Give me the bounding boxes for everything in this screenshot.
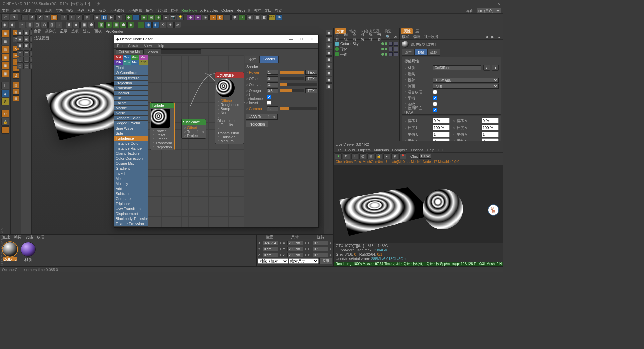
generator2-icon[interactable]: ▣ bbox=[148, 14, 154, 20]
one-minimize-icon[interactable]: — bbox=[286, 37, 296, 41]
generator-icon[interactable]: ▣ bbox=[140, 14, 147, 20]
octane-node-editor: ◆ Octane Node Editor — □ ✕ Edit Create V… bbox=[114, 35, 319, 228]
pin-icon[interactable]: 📍 bbox=[399, 153, 406, 159]
eye-icon[interactable]: 👁 bbox=[394, 35, 397, 39]
channel-select[interactable]: PT bbox=[419, 154, 431, 159]
nav-fwd-icon[interactable]: ▶ bbox=[491, 35, 494, 39]
tab-shader[interactable]: Shader bbox=[260, 56, 279, 63]
get-active-mat-button[interactable]: Get Active Mat bbox=[116, 49, 144, 54]
turbulence-preview bbox=[151, 109, 170, 128]
live-viewer: Live Viewer 3.07-R2 File Cloud Objects M… bbox=[334, 141, 503, 266]
material-default[interactable]: 材质 bbox=[20, 242, 36, 262]
app-title: CINEMA 4D R19.068 Studio (RC - R19) - [未… bbox=[3, 1, 101, 6]
toolbar-row-1: ↶ ↷ ▭ ✥ ⤢ ⟳ ▦ X Y Z ⊕ ▣ ◧ ▶ ⚙ ◆ 〰 ▣ ▣ ◈ … bbox=[0, 13, 503, 21]
main-menu: 文件 编辑 创建 选择 工具 网格 捕捉 动画 模拟 渲染 运动跟踪 运动图形 … bbox=[0, 7, 503, 13]
pause-icon[interactable]: ⏸ bbox=[351, 153, 358, 159]
coord-mode-1[interactable]: 对象（相对） bbox=[258, 258, 288, 264]
projection-select[interactable]: UVW 贴图 bbox=[433, 78, 499, 83]
node-properties: 基本Shader Shader PowerTEX OffsetTEX Octav… bbox=[244, 55, 318, 227]
minimize-icon[interactable]: — bbox=[479, 2, 483, 6]
material-pick-icon[interactable]: ▸ bbox=[483, 65, 490, 71]
layout-select[interactable]: oc（用户） bbox=[477, 8, 501, 13]
deformer-icon[interactable]: ◈ bbox=[155, 14, 162, 20]
tile-checkbox[interactable] bbox=[433, 96, 437, 100]
axis-y-icon[interactable]: Y bbox=[68, 14, 75, 20]
node-list[interactable]: MatTexGenMap OthEmsMedC4D FloatW Coordin… bbox=[114, 55, 148, 227]
maximize-icon[interactable]: □ bbox=[489, 2, 491, 6]
select-icon[interactable]: ▭ bbox=[21, 14, 28, 20]
add-icon[interactable]: ◆ bbox=[125, 14, 132, 20]
coord-mode-2[interactable]: 绝对尺寸 bbox=[289, 258, 319, 264]
node-sinewave[interactable]: SineWave Offset Transform Projection bbox=[181, 119, 206, 139]
attribute-manager: 属性 层 模式 编辑 用户数据 ◀ ▶ ▲ 纹理标签 [纹理] 基本 标签 bbox=[400, 28, 503, 141]
magnet-icon[interactable]: ⊙ bbox=[1, 110, 9, 117]
nav-back-icon[interactable]: ◀ bbox=[485, 35, 488, 39]
obj-sphere[interactable]: 球体 bbox=[335, 46, 398, 52]
cube-tool-icon[interactable]: ▣ bbox=[1, 30, 9, 37]
material-field[interactable] bbox=[433, 65, 481, 70]
sky-tag-icon[interactable] bbox=[389, 42, 393, 46]
close-icon[interactable]: ✕ bbox=[497, 2, 500, 6]
material-octdiffuse[interactable]: OctDiffu bbox=[2, 242, 18, 262]
light-icon[interactable]: 💡 bbox=[177, 14, 184, 20]
axis-x-icon[interactable]: X bbox=[61, 14, 68, 20]
live-viewer-title: Live Viewer 3.07-R2 bbox=[336, 142, 369, 146]
toolbar-row-2: ◉◉ ✂▤◫⬡▨◇ ⬢◆▣⬣ ▣◈▣⬢◆ T◉◐⟲✦.fx bbox=[0, 21, 503, 28]
viewport-label: 透视视图 bbox=[34, 36, 49, 41]
use-turbulence-checkbox[interactable] bbox=[267, 95, 271, 99]
maxon-logo: MAXON CINEMA 4D bbox=[1, 228, 4, 266]
obj-octanesky[interactable]: OctaneSky bbox=[335, 41, 398, 46]
render-sphere bbox=[423, 189, 463, 229]
render-plane bbox=[339, 187, 435, 236]
camera-icon[interactable]: 📷 bbox=[170, 14, 176, 20]
projection-button[interactable]: Projection bbox=[246, 121, 268, 127]
play-icon[interactable]: ✦ bbox=[335, 153, 342, 159]
list-turbulence[interactable]: Turbulence bbox=[114, 136, 148, 141]
uvw-transform-button[interactable]: UVW Transform bbox=[246, 114, 278, 120]
cube2-icon[interactable]: ◧ bbox=[101, 14, 107, 20]
one-close-icon[interactable]: ✕ bbox=[306, 37, 316, 41]
world-icon[interactable]: ⊕ bbox=[83, 14, 90, 20]
object-manager: 对象 场次 内容浏览器 构造 文件 编辑 查看 对象 标签 书签 🔍 👁 Oct… bbox=[334, 28, 400, 141]
lock2-icon[interactable]: 🔒 bbox=[375, 153, 382, 159]
move-icon[interactable]: ✥ bbox=[29, 14, 36, 20]
gpu-stats: GTX 1070[T][6.1] %3 148°C Out-of-core us… bbox=[334, 243, 503, 262]
status-bar: Octane:Check others time:0.085 0 bbox=[0, 266, 503, 272]
left-tool-strip-3: ▣▣▣ ▣▣▣ ▣▣▣ ◫◫◫ ◫◫◫ ◫◫◫ bbox=[21, 28, 32, 266]
scale-icon[interactable]: ⤢ bbox=[36, 14, 43, 20]
environment-icon[interactable]: ☁ bbox=[162, 14, 169, 20]
obj-plane[interactable]: 平面 bbox=[335, 52, 398, 57]
tex-button-1[interactable]: TEX bbox=[305, 70, 317, 75]
reload-icon[interactable]: ⟳ bbox=[343, 153, 350, 159]
cube-icon[interactable]: ▣ bbox=[93, 14, 100, 20]
one-titlebar[interactable]: ◆ Octane Node Editor — □ ✕ bbox=[114, 35, 318, 43]
tab-tag[interactable]: 标签 bbox=[415, 49, 427, 56]
checker-icon[interactable]: ▦ bbox=[1, 38, 9, 45]
stop-icon[interactable]: ◎ bbox=[359, 153, 366, 159]
side-select[interactable]: 双面 bbox=[433, 84, 499, 89]
live-canvas[interactable]: 🦌 bbox=[334, 165, 503, 243]
axis-z-icon[interactable]: Z bbox=[76, 14, 83, 20]
spline-icon[interactable]: 〰 bbox=[133, 14, 140, 20]
render-info: Check:0ms./0ms. MeshGen:0ms. Update[M]:0… bbox=[334, 160, 503, 165]
node-turbulence[interactable]: Turbule Power Offset Omega Transform Pro… bbox=[150, 102, 174, 150]
rotate-icon[interactable]: ⟳ bbox=[44, 14, 50, 20]
tool-icon[interactable]: ▦ bbox=[51, 14, 58, 20]
node-graph[interactable]: Turbule Power Offset Omega Transform Pro… bbox=[148, 55, 244, 227]
redo-icon[interactable]: ↷ bbox=[10, 14, 18, 21]
node-octdiffuse[interactable]: OctDiffuse Diffuse Roughness Bump Normal… bbox=[215, 72, 244, 144]
diffuse-preview bbox=[216, 79, 235, 97]
undo-icon[interactable]: ↶ bbox=[1, 14, 9, 21]
window-titlebar: CINEMA 4D R19.068 Studio (RC - R19) - [未… bbox=[0, 0, 503, 7]
tab-attr[interactable]: 属性 bbox=[401, 28, 413, 34]
apply-button[interactable]: 应用 bbox=[319, 258, 332, 264]
viewport-menu: 查看 摄像机 显示 选项 过滤 面板 ProRender bbox=[32, 28, 324, 34]
one-maximize-icon[interactable]: □ bbox=[296, 37, 306, 41]
search-icon[interactable]: 🔍 bbox=[386, 35, 390, 39]
rendersettings-icon[interactable]: ⚙ bbox=[115, 14, 122, 20]
render-icon[interactable]: ▶ bbox=[108, 14, 115, 20]
node-search-input[interactable] bbox=[161, 49, 201, 54]
material-thumb-icon bbox=[402, 41, 409, 48]
nav-up-icon[interactable]: ▲ bbox=[497, 35, 501, 39]
lock-icon[interactable]: 🔒 bbox=[1, 118, 9, 126]
